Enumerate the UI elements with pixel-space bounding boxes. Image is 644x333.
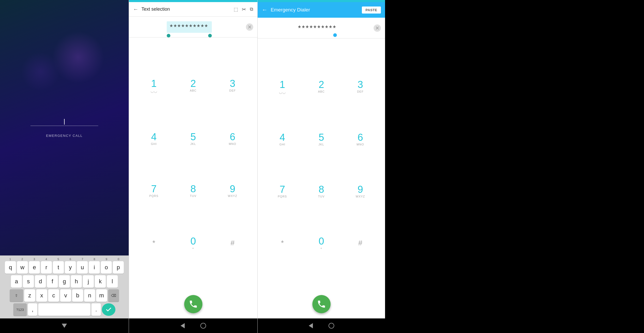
key-num-4[interactable]: 4 bbox=[41, 258, 52, 261]
key-r[interactable]: r bbox=[41, 261, 52, 274]
key-num-2[interactable]: 2 bbox=[17, 258, 27, 261]
key-period[interactable]: . bbox=[91, 303, 101, 316]
copy-icon[interactable]: ⧉ bbox=[250, 7, 253, 12]
key-num-6[interactable]: 6 bbox=[65, 258, 76, 261]
emergency-numpad-key-6[interactable]: 6 MNO bbox=[345, 132, 376, 146]
emergency-numpad-key-8[interactable]: 8 TUV bbox=[306, 184, 337, 198]
emergency-nav-back-icon[interactable] bbox=[309, 323, 313, 328]
emergency-numpad-key-7[interactable]: 7 PQRS bbox=[267, 184, 298, 198]
key-x[interactable]: x bbox=[36, 289, 47, 302]
numpad-key-2[interactable]: 2 ABC bbox=[178, 79, 209, 93]
emergency-input-area: ********** ✕ bbox=[258, 18, 385, 39]
key-f[interactable]: f bbox=[47, 275, 58, 288]
key-o[interactable]: o bbox=[101, 261, 112, 274]
key-k[interactable]: k bbox=[95, 275, 106, 288]
lock-cursor bbox=[64, 119, 65, 125]
key-m[interactable]: m bbox=[96, 289, 107, 302]
key-s[interactable]: s bbox=[23, 275, 34, 288]
emergency-numpad-key-star[interactable]: * bbox=[267, 236, 298, 250]
emergency-call-button-area bbox=[258, 291, 385, 318]
key-y[interactable]: y bbox=[65, 261, 76, 274]
key-v[interactable]: v bbox=[60, 289, 71, 302]
numpad-key-1[interactable]: 1 ◡◡ bbox=[138, 79, 170, 93]
selection-handle-left[interactable] bbox=[167, 34, 170, 37]
emergency-call-fab[interactable] bbox=[312, 295, 331, 313]
key-symbols[interactable]: ?123 bbox=[13, 303, 27, 316]
numpad-key-0[interactable]: 0 + bbox=[178, 236, 209, 250]
text-selection-toolbar: ← Text selection ⬚ ✂ ⧉ bbox=[129, 2, 257, 17]
key-num-7[interactable]: 7 bbox=[77, 258, 88, 261]
nav-back-icon[interactable] bbox=[181, 323, 185, 328]
numpad-key-5[interactable]: 5 JKL bbox=[178, 132, 209, 145]
paste-button[interactable]: PASTE bbox=[362, 7, 381, 14]
key-u[interactable]: u bbox=[77, 261, 88, 274]
key-i[interactable]: i bbox=[89, 261, 100, 274]
emergency-numpad-key-9[interactable]: 9 WXYZ bbox=[345, 184, 376, 198]
emergency-nav-home-icon[interactable] bbox=[329, 323, 334, 329]
dialer-clear-button[interactable]: ✕ bbox=[246, 23, 253, 31]
key-num-3[interactable]: 3 bbox=[29, 258, 39, 261]
dialer-numpad: 1 ◡◡ 2 ABC 3 DEF 4 GHI 5 JKL 6 bbox=[129, 37, 257, 291]
emergency-numpad-key-3[interactable]: 3 DEF bbox=[345, 80, 376, 94]
key-c[interactable]: c bbox=[48, 289, 59, 302]
key-l[interactable]: l bbox=[107, 275, 118, 288]
emergency-numpad-key-5[interactable]: 5 JKL bbox=[306, 132, 337, 146]
key-delete[interactable]: ⌫ bbox=[108, 289, 119, 302]
key-n[interactable]: n bbox=[84, 289, 95, 302]
key-space[interactable] bbox=[38, 303, 90, 316]
keyboard-bottom-row: ?123 , . bbox=[2, 303, 127, 316]
key-h[interactable]: h bbox=[71, 275, 82, 288]
key-done[interactable] bbox=[102, 303, 115, 316]
key-shift[interactable]: ⇧ bbox=[10, 289, 23, 302]
back-icon[interactable] bbox=[62, 324, 67, 328]
emergency-back-button[interactable]: ← bbox=[262, 7, 268, 13]
emergency-numpad-key-1[interactable]: 1 ◡◡ bbox=[267, 80, 298, 94]
numpad-key-8[interactable]: 8 TUV bbox=[178, 184, 209, 197]
call-fab-button[interactable] bbox=[184, 295, 202, 313]
key-g[interactable]: g bbox=[59, 275, 70, 288]
numpad-key-hash[interactable]: # bbox=[217, 236, 248, 250]
emergency-clear-button[interactable]: ✕ bbox=[374, 24, 381, 32]
lock-screen-content: EMERGENCY CALL bbox=[0, 0, 129, 255]
emergency-top-bar bbox=[258, 0, 385, 2]
nav-home-icon[interactable] bbox=[200, 323, 206, 329]
select-all-icon[interactable]: ⬚ bbox=[234, 7, 238, 12]
emergency-numpad-key-2[interactable]: 2 ABC bbox=[306, 80, 337, 94]
dialer-password-display[interactable]: ********** bbox=[167, 21, 212, 33]
key-t[interactable]: t bbox=[53, 261, 64, 274]
key-z[interactable]: z bbox=[24, 289, 35, 302]
key-num-9[interactable]: 9 bbox=[101, 258, 112, 261]
lock-nav-bar bbox=[0, 318, 129, 333]
key-comma[interactable]: , bbox=[28, 303, 37, 316]
keyboard-numbers-row: 1 2 3 4 5 6 7 8 9 0 bbox=[2, 258, 127, 261]
numpad-key-star[interactable]: * bbox=[138, 236, 170, 250]
emergency-numpad-key-4[interactable]: 4 GHI bbox=[267, 132, 298, 146]
numpad-key-7[interactable]: 7 PQRS bbox=[138, 184, 170, 197]
key-e[interactable]: e bbox=[29, 261, 40, 274]
key-p[interactable]: p bbox=[113, 261, 124, 274]
key-num-0[interactable]: 0 bbox=[113, 258, 124, 261]
key-w[interactable]: w bbox=[17, 261, 28, 274]
numpad-key-9[interactable]: 9 WXYZ bbox=[217, 184, 248, 197]
key-a[interactable]: a bbox=[11, 275, 22, 288]
key-q[interactable]: q bbox=[5, 261, 16, 274]
numpad-key-6[interactable]: 6 MNO bbox=[217, 132, 248, 145]
emergency-call-button[interactable]: EMERGENCY CALL bbox=[46, 134, 83, 138]
key-j[interactable]: j bbox=[83, 275, 94, 288]
numpad-key-3[interactable]: 3 DEF bbox=[217, 79, 248, 93]
emergency-numpad-key-0[interactable]: 0 + bbox=[306, 236, 337, 250]
key-num-8[interactable]: 8 bbox=[89, 258, 100, 261]
cursor-handle[interactable] bbox=[333, 33, 337, 37]
emergency-numpad-key-hash[interactable]: # bbox=[345, 236, 376, 250]
lock-password-field[interactable] bbox=[30, 118, 98, 126]
cut-icon[interactable]: ✂ bbox=[242, 6, 246, 12]
key-num-1[interactable]: 1 bbox=[5, 258, 15, 261]
key-b[interactable]: b bbox=[72, 289, 83, 302]
key-d[interactable]: d bbox=[35, 275, 46, 288]
emergency-password-display[interactable]: ********** bbox=[298, 24, 337, 32]
key-num-5[interactable]: 5 bbox=[53, 258, 64, 261]
numpad-key-4[interactable]: 4 GHI bbox=[138, 132, 170, 145]
toolbar-back-button[interactable]: ← bbox=[133, 6, 138, 12]
emergency-toolbar-title: Emergency Dialer bbox=[271, 7, 359, 13]
selection-handle-right[interactable] bbox=[208, 34, 212, 37]
